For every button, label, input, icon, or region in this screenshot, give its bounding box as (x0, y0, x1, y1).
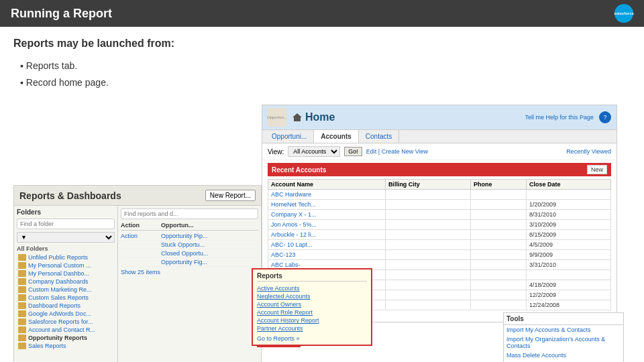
close-date-cell: 8/31/2010 (526, 210, 610, 220)
close-date-cell: 12/24/2008 (526, 300, 610, 310)
folder-item[interactable]: Opportunity Reports (17, 334, 115, 342)
reports-popup: Reports Active Accounts Neglected Accoun… (252, 268, 372, 346)
account-name-cell[interactable]: ABC-123 (268, 250, 386, 260)
nav-logo: Opportun... (268, 108, 286, 127)
find-folder-input[interactable] (17, 219, 115, 229)
folder-item[interactable]: Account and Contact R... (17, 326, 115, 334)
account-name-cell[interactable]: Arbuckle - 12 li... (268, 230, 386, 240)
main-content: Reports may be launched from: Reports ta… (0, 27, 644, 362)
account-owners-link[interactable]: Account Owners (257, 300, 367, 308)
folder-icon (18, 254, 26, 261)
billing-city-cell (385, 220, 470, 230)
partner-accounts-link[interactable]: Partner Accounts (257, 324, 367, 333)
reports-body: Folders ▼ All Folders Unfiled Public Rep… (14, 206, 261, 362)
report-row[interactable]: Stuck Opportu... (121, 241, 258, 249)
report-row[interactable]: Closed Opportu... (121, 249, 258, 258)
folder-dropdown[interactable]: ▼ (17, 232, 115, 243)
page-header: Running a Report salesforce (0, 0, 644, 27)
phone-cell (471, 270, 527, 280)
billing-city-cell (385, 290, 470, 300)
account-name-cell[interactable]: ABC- 10 Lapt... (268, 240, 386, 250)
help-icon[interactable]: ? (599, 111, 611, 123)
account-role-report-link[interactable]: Account Role Report (257, 308, 367, 316)
close-date-cell (526, 270, 610, 280)
folder-item[interactable]: Google AdWords Doc... (17, 310, 115, 318)
close-date-cell: 3/31/2010 (526, 260, 610, 270)
import-org-accounts-link[interactable]: Import My Organization's Accounts & Cont… (504, 335, 623, 351)
new-account-button[interactable]: New (587, 165, 607, 174)
tab-contacts[interactable]: Contacts (359, 130, 399, 143)
bullet-2: Record home page. (13, 74, 631, 91)
accounts-tabs: Opportuni... Accounts Contacts (262, 130, 616, 143)
billing-city-cell (385, 190, 470, 200)
folder-item[interactable]: Salesforce Reports for... (17, 318, 115, 326)
tab-accounts[interactable]: Accounts (314, 130, 359, 143)
table-row: ABC- 10 Lapt... 4/5/2009 (268, 240, 611, 250)
close-date-cell: 1/20/2009 (526, 200, 610, 210)
neglected-accounts-link[interactable]: Neglected Accounts (257, 292, 367, 300)
folder-icon (18, 326, 26, 333)
billing-city-cell (385, 260, 470, 270)
edit-create-view-link[interactable]: Edit | Create New View (366, 148, 428, 155)
folder-item[interactable]: Company Dashboards (17, 278, 115, 286)
report-row[interactable]: Opportunity Fig... (121, 258, 258, 267)
folder-item[interactable]: My Personal Dashbo... (17, 269, 115, 278)
phone-cell (471, 280, 527, 290)
nav-home: Home (292, 111, 335, 123)
folder-item[interactable]: Unfiled Public Reports (17, 253, 115, 261)
folder-icon (18, 302, 26, 309)
active-accounts-link[interactable]: Active Accounts (257, 284, 367, 292)
tools-section: Tools Import My Accounts & Contacts Impo… (503, 312, 624, 362)
folder-icon (18, 318, 26, 325)
billing-city-cell (385, 240, 470, 250)
folder-item[interactable]: Custom Marketing Re... (17, 286, 115, 294)
folder-item[interactable]: Sales Reports (17, 342, 115, 350)
import-contacts-link[interactable]: Import My Accounts & Contacts (504, 325, 623, 335)
tab-opportunities[interactable]: Opportuni... (265, 130, 314, 143)
reports-popup-title: Reports (257, 272, 367, 282)
folder-icon (18, 262, 26, 269)
goto-reports-link[interactable]: Go to Reports » (257, 335, 367, 342)
table-row: ABC Hardware (268, 190, 611, 200)
reports-column-headers: Action Opportun... (121, 222, 258, 231)
account-name-cell[interactable]: Company X - 1... (268, 210, 386, 220)
report-row[interactable]: ActionOpportunity Pip... (121, 232, 258, 241)
account-name-cell[interactable]: Jon Amos - 5%... (268, 220, 386, 230)
intro-text: Reports may be launched from: (13, 38, 631, 50)
new-report-button[interactable]: New Report... (205, 190, 256, 201)
account-history-report-link[interactable]: Account History Report (257, 316, 367, 324)
recent-accounts-header: Recent Accounts New (268, 163, 611, 176)
table-row: HomeNet Tech... 1/20/2009 (268, 200, 611, 210)
close-date-cell: 12/2/2009 (526, 290, 610, 300)
mass-delete-link[interactable]: Mass Delete Accounts (504, 351, 623, 360)
billing-city-cell (385, 210, 470, 220)
table-row: Arbuckle - 12 li... 8/15/2009 (268, 230, 611, 240)
phone-cell (471, 260, 527, 270)
phone-cell (471, 290, 527, 300)
phone-cell (471, 200, 527, 210)
billing-city-cell (385, 250, 470, 260)
folder-item[interactable]: Dashboard Reports (17, 302, 115, 310)
close-date-cell: 4/5/2009 (526, 240, 610, 250)
table-row: ABC-123 9/9/2009 (268, 250, 611, 260)
reports-search-input[interactable] (121, 208, 258, 219)
home-icon (292, 113, 303, 122)
folder-item[interactable]: My Personal Custom ... (17, 261, 115, 269)
account-name-cell[interactable]: HomeNet Tech... (268, 200, 386, 210)
folder-icon (18, 270, 26, 277)
show-25-items[interactable]: Show 25 items (121, 269, 258, 276)
folder-icon (18, 343, 26, 349)
phone-cell (471, 300, 527, 310)
account-name-cell[interactable]: ABC Hardware (268, 190, 386, 200)
phone-cell (471, 220, 527, 230)
col-phone: Phone (471, 180, 527, 190)
go-button[interactable]: Go! (344, 147, 362, 156)
col-billing-city: Billing City (385, 180, 470, 190)
recently-viewed[interactable]: Recently Viewed (566, 148, 611, 155)
col-account-name: Account Name (268, 180, 386, 190)
folder-item[interactable]: Custom Sales Reports (17, 294, 115, 302)
tell-me-help[interactable]: Tell me Help for this Page (525, 114, 594, 121)
view-select[interactable]: All Accounts (288, 146, 340, 157)
bullet-list: Reports tab. Record home page. (13, 58, 631, 91)
bullet-1: Reports tab. (13, 58, 631, 74)
